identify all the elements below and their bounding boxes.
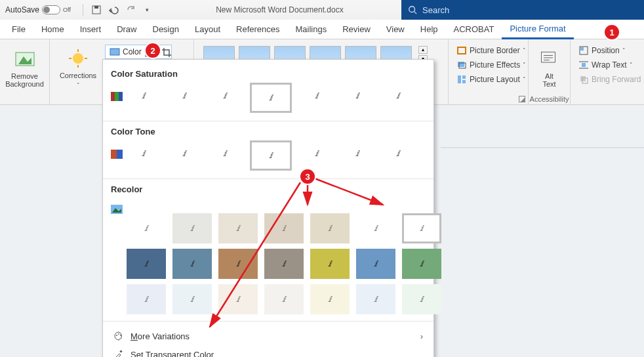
recolor-thumb[interactable]: ⅈ [264, 213, 304, 243]
ribbon-tabs: File Home Insert Draw Design Layout Refe… [0, 20, 644, 39]
tone-thumb[interactable]: ⅈ [301, 140, 332, 167]
tab-insert[interactable]: Insert [72, 20, 110, 39]
document-title: New Microsoft Word Document.docx [158, 5, 401, 14]
recolor-thumb[interactable]: ⅈ [356, 213, 395, 243]
autosave-toggle-icon[interactable] [42, 5, 60, 14]
saturation-thumbs: ⅈ ⅈ ⅈ ⅈ ⅈ ⅈ ⅈ [127, 83, 414, 113]
tab-layout[interactable]: Layout [187, 20, 228, 39]
recolor-thumb[interactable]: ⅈ [218, 249, 258, 279]
recolor-thumb[interactable]: ⅈ [172, 213, 212, 243]
position-icon [578, 45, 589, 56]
recolor-thumb[interactable]: ⅈ [264, 249, 304, 279]
bring-forward-button[interactable]: Bring Forward [576, 72, 643, 87]
tab-view[interactable]: View [378, 20, 413, 39]
corrections-button[interactable]: Corrections ˅ [55, 42, 101, 94]
recolor-thumb[interactable]: ⅈ [310, 284, 350, 314]
autosave[interactable]: AutoSave Off [0, 5, 76, 14]
picture-effects-button[interactable]: Picture Effects˅ [454, 58, 529, 72]
save-icon[interactable] [91, 5, 102, 15]
tab-home[interactable]: Home [33, 20, 72, 39]
svg-rect-32 [119, 92, 123, 101]
recolor-thumb[interactable]: ⅈ [402, 213, 441, 243]
qat-dropdown-icon[interactable]: ▾ [142, 5, 153, 15]
recolor-thumb[interactable]: ⅈ [218, 284, 258, 314]
recolor-thumb[interactable]: ⅈ [127, 249, 166, 279]
saturation-thumb[interactable]: ⅈ [382, 83, 414, 109]
recolor-thumb[interactable]: ⅈ [218, 213, 258, 243]
dialog-launcher-icon[interactable] [519, 96, 525, 102]
chevron-down-icon: ˅ [523, 76, 526, 83]
chevron-down-icon: ˅ [630, 62, 633, 68]
tone-thumb[interactable]: ⅈ [128, 140, 159, 167]
set-transparent-color-item[interactable]: Set Transparent Color [111, 345, 426, 357]
tone-thumb[interactable]: ⅈ [342, 140, 373, 167]
picture-layout-button[interactable]: Picture Layout˅ [454, 72, 529, 87]
recolor-thumb[interactable]: ⅈ [356, 249, 395, 279]
saturation-thumb[interactable]: ⅈ [128, 83, 159, 109]
tone-thumb[interactable]: ⅈ [382, 140, 414, 167]
tab-draw[interactable]: Draw [109, 20, 144, 39]
undo-icon[interactable] [108, 5, 119, 15]
recolor-thumb[interactable]: ⅈ [264, 284, 304, 314]
tab-file[interactable]: File [4, 20, 33, 39]
separator [83, 4, 83, 16]
recolor-thumb[interactable]: ⅈ [127, 284, 166, 314]
gallery-scroll-up-icon[interactable]: ▴ [418, 46, 428, 54]
tone-thumb[interactable]: ⅈ [169, 140, 200, 167]
recolor-thumb[interactable]: ⅈ [402, 249, 441, 279]
svg-rect-25 [582, 63, 586, 67]
alt-text-label: Alt Text [542, 72, 555, 88]
recolor-thumb[interactable]: ⅈ [356, 284, 395, 314]
remove-background-label: Remove Background [5, 72, 44, 88]
svg-rect-17 [462, 75, 466, 79]
tab-mailings[interactable]: Mailings [288, 20, 335, 39]
tab-references[interactable]: References [228, 20, 287, 39]
tab-acrobat[interactable]: ACROBAT [446, 20, 502, 39]
recolor-thumb[interactable]: ⅈ [172, 249, 212, 279]
chevron-down-icon: ˅ [622, 47, 626, 54]
group-accessibility: Alt Text Accessibility [529, 39, 571, 104]
palette-icon [113, 331, 124, 341]
saturation-thumb[interactable]: ⅈ [169, 83, 200, 109]
wrap-text-button[interactable]: Wrap Text˅ [576, 58, 635, 72]
redo-icon[interactable] [125, 5, 136, 15]
tab-help[interactable]: Help [413, 20, 446, 39]
crop-icon[interactable] [161, 47, 172, 58]
alt-text-button[interactable]: Alt Text [532, 42, 567, 94]
search-box[interactable] [401, 0, 644, 20]
recolor-thumb[interactable]: ⅈ [402, 284, 441, 314]
remove-background-button[interactable]: Remove Background [3, 42, 47, 94]
eyedropper-icon [113, 349, 124, 357]
saturation-thumb-selected[interactable]: ⅈ [250, 83, 292, 113]
recolor-thumb[interactable]: ⅈ [172, 284, 212, 314]
svg-rect-1 [94, 6, 98, 9]
saturation-thumb[interactable]: ⅈ [301, 83, 332, 109]
tone-thumb[interactable]: ⅈ [209, 140, 241, 167]
svg-rect-18 [462, 80, 466, 83]
search-input[interactable] [422, 5, 619, 15]
right-groups: Picture Border˅ Picture Effects˅ Picture… [449, 39, 644, 104]
bring-forward-icon [578, 74, 589, 85]
tab-review[interactable]: Review [334, 20, 378, 39]
svg-point-37 [116, 335, 117, 336]
recolor-thumb[interactable]: ⅈ [310, 213, 350, 243]
tab-picture-format[interactable]: Picture Format [502, 20, 573, 39]
position-button[interactable]: Position˅ [576, 43, 628, 58]
svg-point-38 [118, 333, 119, 335]
set-transparent-label: Set Transparent Color [131, 350, 214, 358]
quick-access-toolbar: ▾ [76, 4, 158, 16]
recolor-thumb[interactable]: ⅈ [310, 249, 350, 279]
svg-rect-34 [117, 150, 123, 159]
svg-rect-13 [458, 47, 466, 54]
saturation-thumb[interactable]: ⅈ [209, 83, 241, 109]
saturation-thumb[interactable]: ⅈ [342, 83, 373, 109]
recolor-thumb[interactable]: ⅈ [127, 213, 166, 243]
tone-thumb-selected[interactable]: ⅈ [250, 140, 292, 171]
picture-layout-icon [456, 74, 467, 85]
tab-design[interactable]: Design [145, 20, 187, 39]
picture-border-button[interactable]: Picture Border˅ [454, 43, 529, 58]
picture-effects-icon [456, 60, 467, 70]
section-title-saturation: Color Saturation [111, 69, 426, 79]
more-variations-item[interactable]: More Variations › [111, 327, 426, 345]
chevron-down-icon: ˅ [523, 47, 526, 54]
